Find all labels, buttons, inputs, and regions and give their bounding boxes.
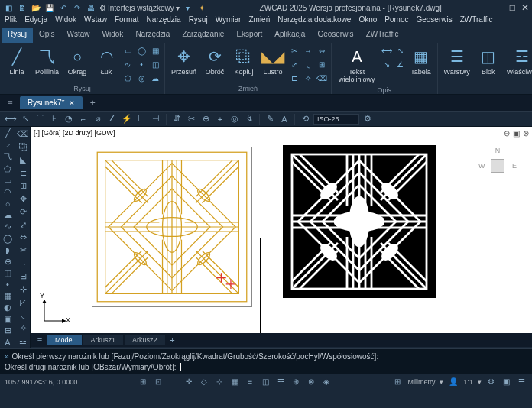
sb-units-label[interactable]: Milimetry [407, 378, 435, 386]
vregion-icon[interactable]: ▣ [2, 314, 14, 324]
close-button[interactable]: ✕ [521, 2, 529, 13]
ribbon-tab-wstaw[interactable]: Wstaw [61, 28, 96, 43]
redo-icon[interactable]: ↷ [72, 2, 83, 13]
print-icon[interactable]: 🖶 [86, 2, 96, 13]
vmtext-icon[interactable]: A [2, 337, 14, 347]
mtext-button[interactable]: ATekst wieloliniowy [335, 44, 379, 86]
viewcube[interactable]: N W E [478, 147, 517, 185]
ribbon-tab-aplikacja[interactable]: Aplikacja [268, 28, 311, 43]
erase-icon[interactable]: ⌫ [316, 72, 328, 84]
doc-add-button[interactable]: + [86, 96, 99, 110]
vmove-icon[interactable]: ✥ [17, 193, 29, 205]
dimordinate-icon[interactable]: ⊦ [48, 113, 60, 125]
dim-linear-icon[interactable]: ⟷ [381, 44, 393, 57]
layout-menu-icon[interactable]: ≡ [34, 334, 46, 346]
doc-menu-icon[interactable]: ≡ [3, 96, 17, 110]
properties-button[interactable]: ☲Właściw... [504, 44, 532, 78]
sb-lwt-icon[interactable]: ≡ [245, 377, 255, 387]
workspace-switcher[interactable]: ⚙ Interfejs wstążkowy ▾ [99, 4, 180, 12]
sb-iso-icon[interactable]: ◈ [321, 377, 332, 387]
undo-icon[interactable]: ↶ [58, 2, 69, 13]
tolerance-icon[interactable]: ⊕ [200, 113, 212, 125]
layout-add-icon[interactable]: + [167, 334, 179, 346]
dimtedit-icon[interactable]: A [278, 113, 290, 125]
leader-icon[interactable]: ↘ [381, 58, 393, 70]
line-button[interactable]: ╱Linia [3, 44, 31, 78]
new-icon[interactable]: 🗎 [17, 2, 28, 13]
sb-units-icon[interactable]: ⊞ [392, 377, 403, 387]
rect-icon[interactable]: ▭ [122, 44, 134, 57]
mirror-button[interactable]: ◣◢Lustro [259, 44, 287, 78]
layers-button[interactable]: ☰Warstwy [441, 44, 473, 78]
menu-plik[interactable]: Plik [5, 15, 17, 28]
vprops-icon[interactable]: ☲ [17, 335, 29, 347]
vblock-icon[interactable]: ◫ [2, 268, 14, 278]
dimjogged-icon[interactable]: ⌐ [77, 113, 89, 125]
vfillet-icon[interactable]: ◟ [17, 309, 29, 321]
dim-angular-icon[interactable]: ∠ [394, 58, 407, 70]
viewport-close-icon[interactable]: ⊗ [523, 129, 529, 138]
dimstyle-manager-icon[interactable]: ⚙ [362, 113, 374, 125]
vexplode-icon[interactable]: ✧ [17, 322, 29, 334]
vcircle-icon[interactable]: ○ [2, 199, 14, 209]
minimize-button[interactable]: — [495, 2, 504, 13]
command-line[interactable]: »Określ pierwszy narożnik lub [Fazuj/Poz… [0, 348, 532, 374]
ribbon-tab-opis[interactable]: Opis [33, 28, 61, 43]
centermark-icon[interactable]: + [214, 113, 226, 125]
vtrim-icon[interactable]: ✂ [17, 244, 29, 256]
vellipse-icon[interactable]: ◯ [2, 234, 14, 244]
sb-qp-icon[interactable]: ☲ [275, 377, 286, 387]
dimaligned-icon[interactable]: ⤡ [19, 113, 31, 125]
menu-rysuj[interactable]: Rysuj [189, 15, 208, 28]
region-icon[interactable]: ◫ [149, 58, 161, 70]
vellipsearc-icon[interactable]: ◗ [2, 245, 14, 255]
menu-format[interactable]: Format [115, 15, 139, 28]
menu-narzedzia-dodatkowe[interactable]: Narzędzia dodatkowe [277, 15, 351, 28]
doc-tab-close-icon[interactable]: ✕ [69, 99, 75, 107]
ribbon-tab-zwtraffic[interactable]: ZWTraffic [360, 28, 405, 43]
vinsert-icon[interactable]: ⊕ [2, 257, 14, 267]
menu-pomoc[interactable]: Pomoc [384, 15, 408, 28]
menu-okno[interactable]: Okno [358, 15, 377, 28]
copy-button[interactable]: ⿻Kopiuj [230, 44, 258, 78]
sb-clean-icon[interactable]: ▣ [501, 377, 512, 387]
dimlinear-icon[interactable]: ⟷ [5, 113, 17, 125]
menu-wymiar[interactable]: Wymiar [216, 15, 242, 28]
table-button[interactable]: ▦Tabela [408, 44, 434, 78]
sb-dyn-icon[interactable]: ▦ [229, 377, 240, 387]
sb-ortho-icon[interactable]: ⊥ [168, 377, 179, 387]
sb-custom-icon[interactable]: ☰ [517, 377, 527, 387]
dimbreak-icon[interactable]: ✂ [185, 113, 197, 125]
dimdiameter-icon[interactable]: ⌀ [92, 113, 104, 125]
trim-icon[interactable]: ✂ [288, 44, 300, 57]
block-button[interactable]: ◫Blok [475, 44, 502, 78]
viewport-controls[interactable]: [-] [Góra] [2D druty] [GUW] [34, 129, 115, 137]
vspline-icon[interactable]: ∿ [2, 222, 14, 232]
dimjogline-icon[interactable]: ↯ [243, 113, 255, 125]
save-icon[interactable]: 💾 [44, 2, 55, 13]
layout-tab-model[interactable]: Model [47, 335, 82, 345]
dimradius-icon[interactable]: ◔ [63, 113, 75, 125]
diminspect-icon[interactable]: ◎ [229, 113, 241, 125]
menu-narzedzia[interactable]: Narzędzia [147, 15, 181, 28]
viewcube-cube[interactable] [491, 159, 504, 173]
maximize-button[interactable]: □ [510, 2, 515, 13]
doc-tab-rysunek7[interactable]: Rysunek7* ✕ [20, 96, 83, 109]
dimspace-icon[interactable]: ⇵ [170, 113, 183, 125]
rotate-button[interactable]: ⟳Obróć [201, 44, 229, 78]
vrect-icon[interactable]: ▭ [2, 176, 14, 186]
open-icon[interactable]: 📂 [31, 2, 41, 13]
vpolygon-icon[interactable]: ⬠ [2, 164, 14, 174]
ribbon-tab-rysuj[interactable]: Rysuj [2, 28, 33, 43]
array-icon[interactable]: ⊞ [316, 58, 328, 70]
coordinates[interactable]: 1057.9917<316, 0.0000 [5, 378, 77, 386]
hatch-icon[interactable]: ▦ [149, 44, 161, 57]
qdim-icon[interactable]: ⚡ [121, 113, 133, 125]
vpline-icon[interactable]: ⺄ [2, 151, 14, 163]
vrevcloud-icon[interactable]: ☁ [2, 210, 14, 220]
viewport-min-icon[interactable]: ⊖ [504, 129, 510, 138]
extend-icon[interactable]: → [302, 44, 314, 57]
ribbon-tab-eksport[interactable]: Eksport [230, 28, 268, 43]
layout-tab-arkusz1[interactable]: Arkusz1 [83, 335, 124, 345]
sb-grid-icon[interactable]: ⊞ [138, 377, 148, 387]
